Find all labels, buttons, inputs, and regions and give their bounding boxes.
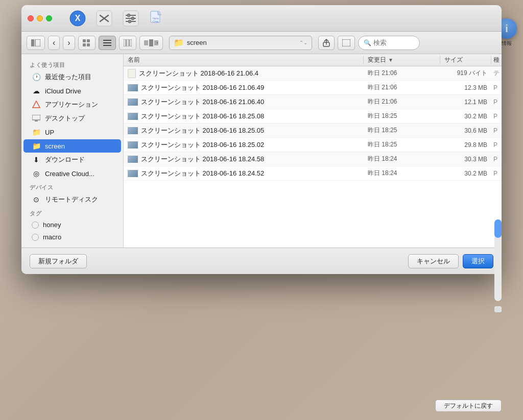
table-row[interactable]: スクリーンショット 2018-06-16 18.25.08 昨日 18:25 3… [124,109,502,123]
select-button[interactable]: 選択 [463,254,493,268]
svg-rect-32 [32,115,40,120]
view-list-button[interactable] [99,36,116,50]
path-control[interactable]: 📁 screen ⌃⌄ [169,36,312,50]
svg-rect-23 [103,45,111,46]
file-extra-cell: P [491,156,502,163]
share-button[interactable] [318,36,335,50]
svg-point-11 [128,20,131,23]
honey-tag-dot [32,221,39,229]
col-size-header[interactable]: サイズ [440,56,491,64]
table-row[interactable]: スクリーンショット 2018-06-16 21.06.40 昨日 21:06 1… [124,95,502,109]
file-thumb-image [128,170,138,177]
up-folder-icon: 📁 [32,128,41,137]
new-folder-button[interactable]: 新規フォルダ [30,254,87,268]
svg-point-9 [127,14,130,17]
scrollbar-track[interactable] [494,219,502,301]
file-name-cell: スクリーンショット 2018-06-16 18.25.05 [124,126,364,135]
svg-rect-27 [144,40,148,45]
file-extra-cell: P [491,170,502,177]
scrollbar-secondary[interactable] [494,306,502,312]
forward-button[interactable]: › [63,36,75,50]
svg-text:X: X [75,14,81,22]
cancel-button[interactable]: キャンセル [408,254,459,268]
table-row[interactable]: スクリーンショット 2018-06-16 21.06.4 昨日 21:06 91… [124,66,502,81]
sidebar-item-desktop[interactable]: デスクトップ [23,112,121,125]
sidebar-item-recents[interactable]: 🕐 最近使った項目 [23,70,121,84]
svg-rect-15 [31,39,34,46]
sidebar-item-screen[interactable]: 📁 screen [23,139,121,153]
favorites-section-label: よく使う項目 [21,58,123,70]
svg-rect-24 [124,39,126,46]
scrollbar-thumb[interactable] [494,219,502,238]
downloads-label: ダウンロード [45,155,85,164]
desktop: OnyX i 情報 X [0,0,523,420]
apps-label: アプリケーション [45,100,98,109]
up-label: UP [45,129,54,136]
sidebar-item-up[interactable]: 📁 UP [23,126,121,139]
creative-cloud-icon: ◎ [32,169,41,178]
minimize-button[interactable] [37,15,43,21]
file-name-cell: スクリーンショット 2018-06-16 18.25.02 [124,140,364,150]
recents-label: 最近使った項目 [45,72,91,82]
file-date-cell: 昨日 18:24 [364,169,440,178]
file-thumb-small [128,69,136,78]
search-box[interactable]: 🔍 [358,36,420,50]
file-extra-cell: P [491,98,502,106]
view-columns-button[interactable] [119,36,136,50]
tags-section-label: タグ [21,207,123,218]
sidebar-item-creative-cloud[interactable]: ◎ Creative Cloud... [23,167,121,180]
table-row[interactable]: スクリーンショット 2018-06-16 18.24.52 昨日 18:24 3… [124,166,502,181]
col-name-header[interactable]: 名前 [124,56,364,64]
bottom-bar: 新規フォルダ キャンセル 選択 [21,248,502,274]
file-name-cell: スクリーンショット 2018-06-16 18.24.52 [124,169,364,178]
close-button[interactable] [28,15,34,21]
current-folder: screen [187,39,207,46]
sort-indicator: ▼ [388,57,393,63]
file-thumb-image [128,141,138,149]
svg-rect-21 [103,40,111,41]
view-icons-button[interactable] [78,36,96,50]
title-icons: X [68,9,167,28]
toolbar: ‹ › [21,32,502,54]
sidebar-item-macro[interactable]: macro [23,231,121,243]
tools-icon [95,9,113,28]
sidebar-item-remote-disk[interactable]: ⊙ リモートディスク [23,193,121,206]
file-size-cell: 919 バイト [440,69,491,78]
remote-disk-icon: ⊙ [32,195,41,204]
file-size-cell: 29.8 MB [440,141,491,149]
table-row[interactable]: スクリーンショット 2018-06-16 21.06.49 昨日 21:06 1… [124,81,502,95]
table-row[interactable]: スクリーンショット 2018-06-16 18.24.58 昨日 18:24 3… [124,152,502,166]
sidebar-item-icloud[interactable]: ☁ iCloud Drive [23,84,121,97]
desktop-label: デスクトップ [45,114,85,123]
search-input[interactable] [373,39,414,46]
file-size-cell: 30.2 MB [440,170,491,177]
file-thumb-image [128,156,138,163]
sidebar-item-apps[interactable]: アプリケーション [23,98,121,111]
default-button[interactable]: デフォルトに戻す [435,400,502,412]
svg-rect-25 [127,39,129,46]
svg-rect-20 [87,43,90,46]
tag-button[interactable] [338,36,355,50]
svg-point-10 [131,17,134,20]
file-date-cell: 昨日 21:06 [364,97,440,106]
col-date-header[interactable]: 変更日 ▼ [364,56,440,64]
file-extra-cell: P [491,84,502,91]
sidebar-item-downloads[interactable]: ⬇ ダウンロード [23,153,121,166]
sliders-icon [122,9,140,28]
svg-rect-28 [149,39,153,46]
svg-rect-18 [87,39,90,42]
sidebar-item-honey[interactable]: honey [23,219,121,231]
svg-rect-16 [35,39,40,46]
file-size-cell: 30.3 MB [440,156,491,163]
maximize-button[interactable] [46,15,52,21]
recents-icon: 🕐 [32,72,41,82]
table-row[interactable]: スクリーンショット 2018-06-16 18.25.02 昨日 18:25 2… [124,138,502,152]
macro-label: macro [43,233,61,241]
file-date-cell: 昨日 21:06 [364,69,440,78]
sidebar-toggle-button[interactable] [27,36,45,50]
view-coverflow-button[interactable] [139,36,163,50]
file-date-cell: 昨日 18:24 [364,155,440,163]
back-button[interactable]: ‹ [48,36,60,50]
file-extra-cell: P [491,113,502,120]
table-row[interactable]: スクリーンショット 2018-06-16 18.25.05 昨日 18:25 3… [124,123,502,138]
